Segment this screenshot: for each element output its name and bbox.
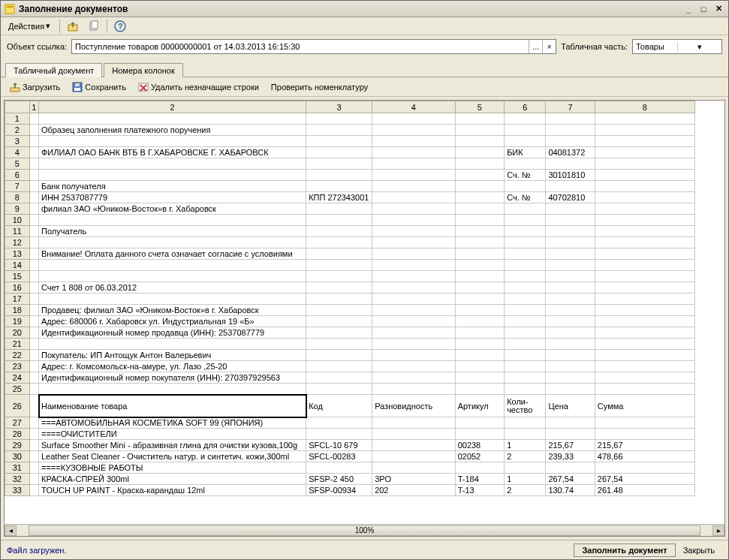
tabpart-select[interactable]: Товары ▾: [632, 39, 722, 54]
cell[interactable]: [595, 417, 694, 429]
cell[interactable]: [372, 417, 456, 429]
cell[interactable]: [29, 372, 38, 384]
cell[interactable]: [372, 170, 456, 181]
cell[interactable]: [455, 260, 504, 271]
cell[interactable]: [372, 271, 456, 282]
load-button[interactable]: Загрузить: [5, 80, 65, 94]
close-button[interactable]: ✕: [712, 3, 725, 15]
cell[interactable]: [455, 125, 504, 136]
table-row[interactable]: 19Адрес: 680006 г. Хабаровск ул. Индустр…: [5, 316, 695, 327]
cell[interactable]: 267,54: [595, 474, 694, 485]
cell[interactable]: [505, 305, 546, 316]
cell[interactable]: T-13: [455, 485, 504, 496]
cell[interactable]: [29, 462, 38, 474]
cell[interactable]: [372, 226, 456, 237]
cell[interactable]: [455, 372, 504, 384]
tab-columns[interactable]: Номера колонок: [104, 63, 183, 77]
row-header[interactable]: 9: [5, 203, 30, 215]
cell[interactable]: [546, 237, 595, 248]
cell[interactable]: [372, 440, 456, 451]
cell[interactable]: [505, 113, 546, 125]
cell[interactable]: [372, 462, 456, 474]
cell[interactable]: [29, 417, 38, 429]
cell[interactable]: [505, 226, 546, 237]
cell[interactable]: Наименование товара: [39, 395, 306, 417]
close-window-button[interactable]: Закрыть: [676, 544, 722, 556]
cell[interactable]: [372, 316, 456, 327]
col-header[interactable]: [5, 101, 30, 113]
table-row[interactable]: 15: [5, 271, 695, 282]
cell[interactable]: [505, 125, 546, 136]
cell[interactable]: [505, 260, 546, 271]
cell[interactable]: [306, 361, 372, 372]
row-header[interactable]: 28: [5, 429, 30, 440]
cell[interactable]: [306, 282, 372, 294]
table-row[interactable]: 18Продавец: филиал ЗАО «Юником-Восток»в …: [5, 305, 695, 316]
cell[interactable]: филиал ЗАО «Юником-Восток»в г. Хабаровск: [39, 203, 306, 215]
cell[interactable]: [595, 248, 694, 260]
minimize-button[interactable]: _: [682, 3, 695, 15]
row-header[interactable]: 25: [5, 384, 30, 395]
col-header[interactable]: 3: [306, 101, 372, 113]
cell[interactable]: [546, 327, 595, 339]
cell[interactable]: [29, 316, 38, 327]
cell[interactable]: [29, 125, 38, 136]
row-header[interactable]: 15: [5, 271, 30, 282]
table-row[interactable]: 26Наименование товараКодРазновидностьАрт…: [5, 395, 695, 417]
table-row[interactable]: 10: [5, 215, 695, 226]
cell[interactable]: БИК: [505, 147, 546, 158]
cell[interactable]: [546, 203, 595, 215]
col-header[interactable]: 4: [372, 101, 456, 113]
cell[interactable]: КРАСКА-СПРЕЙ 300ml: [39, 474, 306, 485]
cell[interactable]: [595, 136, 694, 147]
table-row[interactable]: 16Счет 1 808 от 06.03.2012: [5, 282, 695, 294]
cell[interactable]: [455, 327, 504, 339]
cell[interactable]: T-184: [455, 474, 504, 485]
cell[interactable]: [505, 203, 546, 215]
cell[interactable]: 2: [505, 451, 546, 462]
cell[interactable]: Разновидность: [372, 395, 456, 417]
scroll-track[interactable]: 100%: [29, 525, 700, 536]
cell[interactable]: [306, 136, 372, 147]
row-header[interactable]: 5: [5, 158, 30, 170]
cell[interactable]: ===АВТОМОБИЛЬНАЯ КОСМЕТИКА SOFT 99 (ЯПОН…: [39, 417, 306, 429]
cell[interactable]: [546, 136, 595, 147]
delete-rows-button[interactable]: Удалить незначащие строки: [134, 80, 264, 94]
row-header[interactable]: 24: [5, 372, 30, 384]
cell[interactable]: 40702810: [546, 192, 595, 203]
table-row[interactable]: 29Surface Smoother Mini - абразивная гли…: [5, 440, 695, 451]
cell[interactable]: [595, 181, 694, 192]
cell[interactable]: КПП 272343001: [306, 192, 372, 203]
cell[interactable]: [39, 271, 306, 282]
table-row[interactable]: 14: [5, 260, 695, 271]
cell[interactable]: [505, 136, 546, 147]
table-row[interactable]: 30Leather Seat Cleaner - Очиститель нату…: [5, 451, 695, 462]
cell[interactable]: [546, 282, 595, 294]
cell[interactable]: [372, 147, 456, 158]
cell[interactable]: Код: [306, 395, 372, 417]
cell[interactable]: [306, 125, 372, 136]
row-header[interactable]: 6: [5, 170, 30, 181]
cell[interactable]: [372, 203, 456, 215]
cell[interactable]: [595, 361, 694, 372]
col-header[interactable]: 1: [29, 101, 38, 113]
cell[interactable]: [372, 192, 456, 203]
cell[interactable]: [39, 170, 306, 181]
cell[interactable]: 215,67: [595, 440, 694, 451]
cell[interactable]: [546, 271, 595, 282]
cell[interactable]: [29, 113, 38, 125]
cell[interactable]: [455, 271, 504, 282]
cell[interactable]: [306, 170, 372, 181]
cell[interactable]: [39, 215, 306, 226]
cell[interactable]: [306, 271, 372, 282]
cell[interactable]: ФИЛИАЛ ОАО БАНК ВТБ В Г.ХАБАРОВСКЕ Г. ХА…: [39, 147, 306, 158]
cell[interactable]: [29, 339, 38, 350]
cell[interactable]: [29, 226, 38, 237]
row-header[interactable]: 20: [5, 327, 30, 339]
cell[interactable]: [455, 215, 504, 226]
col-header[interactable]: 7: [546, 101, 595, 113]
cell[interactable]: [546, 372, 595, 384]
cell[interactable]: [455, 294, 504, 305]
cell[interactable]: [505, 294, 546, 305]
cell[interactable]: [372, 181, 456, 192]
